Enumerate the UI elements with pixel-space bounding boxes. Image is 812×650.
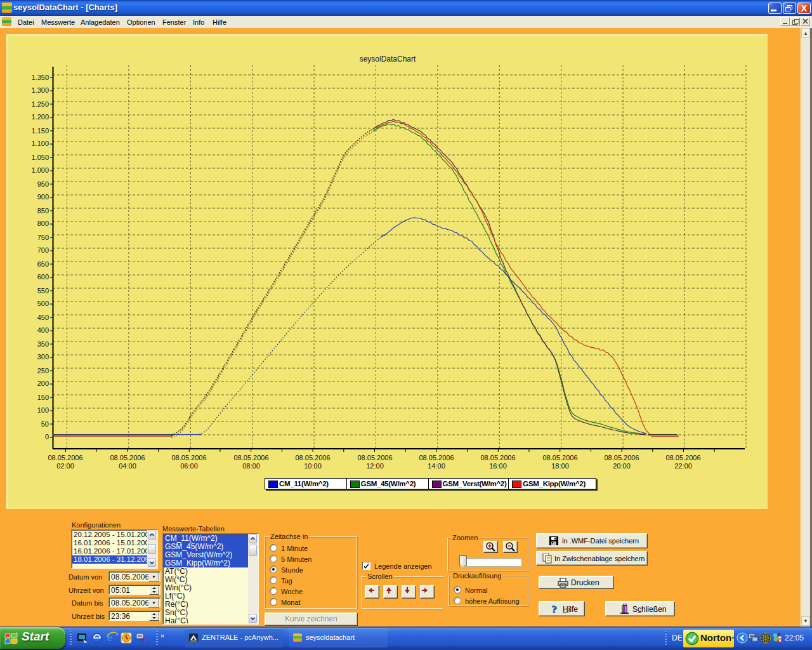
svg-text:T: T — [141, 637, 146, 644]
